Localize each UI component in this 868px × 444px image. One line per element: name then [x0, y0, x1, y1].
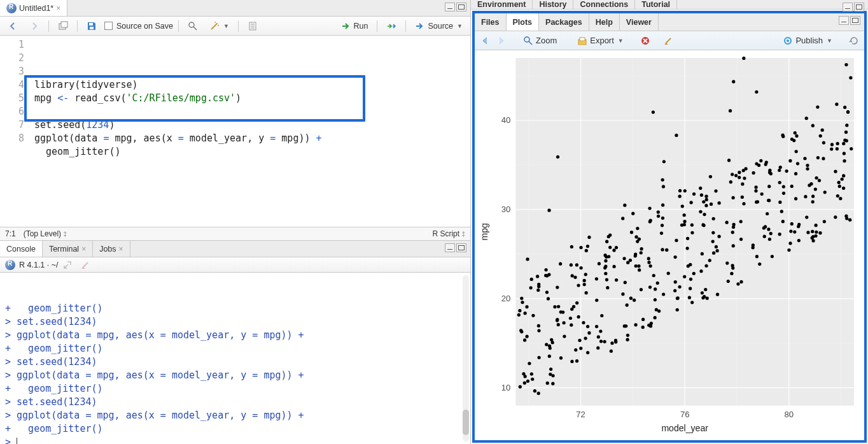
plot-area: 72768010203040model_yearmpg	[475, 50, 864, 440]
rerun-button[interactable]	[382, 20, 400, 32]
code-editor[interactable]: 12345678 library(tidyverse)mpg <- read_c…	[0, 36, 470, 227]
svg-point-239	[673, 255, 676, 259]
svg-point-125	[586, 325, 589, 328]
maximize-icon[interactable]	[456, 3, 466, 11]
minimize-icon[interactable]	[445, 243, 455, 252]
svg-point-47	[536, 289, 540, 292]
svg-point-390	[811, 200, 815, 203]
svg-point-329	[769, 232, 773, 235]
svg-point-328	[769, 172, 773, 175]
svg-point-365	[780, 210, 783, 213]
export-button[interactable]: Export ▼	[573, 34, 627, 47]
svg-point-83	[556, 318, 559, 321]
svg-point-394	[803, 157, 806, 160]
minimize-icon[interactable]	[843, 3, 853, 11]
svg-point-187	[641, 318, 645, 321]
popout-icon[interactable]	[62, 260, 73, 270]
svg-point-164	[615, 278, 618, 282]
maximize-icon[interactable]	[854, 3, 864, 11]
back-button[interactable]	[4, 20, 22, 32]
svg-point-281	[710, 203, 713, 206]
compile-report-button[interactable]	[244, 20, 262, 32]
scrollbar[interactable]	[463, 275, 469, 441]
tab-connections[interactable]: Connections	[573, 0, 635, 9]
tab-files[interactable]: Files	[475, 13, 507, 31]
tab-help[interactable]: Help	[589, 13, 620, 31]
source-on-save-checkbox[interactable]	[104, 22, 113, 30]
close-icon[interactable]: ×	[81, 245, 86, 254]
chevron-down-icon: ▼	[457, 23, 463, 29]
close-icon[interactable]: ×	[56, 4, 60, 13]
broom-icon[interactable]	[80, 260, 90, 270]
svg-point-435	[830, 143, 834, 146]
scrollbar-thumb[interactable]	[463, 410, 469, 435]
svg-point-334	[755, 90, 758, 94]
svg-point-65	[537, 285, 540, 288]
svg-point-199	[647, 261, 650, 264]
tab-viewer[interactable]: Viewer	[620, 13, 659, 31]
svg-point-408	[814, 224, 817, 227]
svg-point-346	[756, 200, 759, 203]
run-button[interactable]: Run	[337, 20, 372, 32]
source-tabbar: Untitled1* ×	[0, 0, 470, 17]
svg-point-327	[767, 185, 771, 188]
svg-point-8	[218, 25, 219, 26]
close-icon[interactable]: ×	[119, 245, 123, 254]
publish-button[interactable]: Publish ▼	[779, 34, 836, 47]
svg-point-242	[683, 220, 686, 223]
show-in-new-window-button[interactable]	[54, 20, 72, 32]
tab-tutorial[interactable]: Tutorial	[635, 0, 677, 9]
svg-point-67	[523, 382, 526, 385]
svg-point-255	[678, 189, 682, 192]
remove-plot-icon[interactable]	[640, 36, 650, 46]
svg-point-192	[641, 326, 645, 329]
maximize-icon[interactable]	[850, 16, 860, 25]
svg-point-170	[636, 227, 639, 230]
svg-point-79	[551, 374, 554, 377]
plot-next-icon[interactable]	[496, 36, 507, 46]
tab-console[interactable]: Console	[0, 241, 43, 257]
save-icon	[87, 21, 97, 31]
svg-point-135	[596, 347, 599, 350]
svg-point-392	[816, 105, 819, 108]
code-tools-button[interactable]: ▼	[206, 20, 233, 32]
maximize-icon[interactable]	[456, 243, 466, 252]
clear-all-icon[interactable]	[663, 36, 673, 46]
scope-indicator[interactable]: (Top Level) ‡	[24, 229, 67, 238]
tab-environment[interactable]: Environment	[471, 0, 533, 9]
svg-point-262	[717, 201, 720, 204]
save-button[interactable]	[83, 20, 101, 32]
tab-terminal[interactable]: Terminal×	[43, 241, 93, 257]
svg-point-191	[622, 257, 626, 260]
svg-point-229	[675, 239, 678, 242]
plot-prev-icon[interactable]	[480, 36, 490, 46]
zoom-button[interactable]: Zoom	[519, 34, 561, 47]
svg-point-165	[640, 288, 643, 291]
source-toolbar: Source on Save ▼ Run Source ▼	[0, 17, 470, 36]
tab-jobs[interactable]: Jobs×	[93, 241, 130, 257]
file-tab[interactable]: Untitled1* ×	[0, 0, 67, 16]
console-output[interactable]: + geom_jitter()> set.seed(1234)> ggplot(…	[0, 273, 470, 444]
svg-point-313	[743, 176, 746, 180]
svg-point-289	[725, 261, 729, 264]
svg-point-418	[836, 142, 839, 145]
svg-text:20: 20	[501, 294, 511, 303]
forward-button[interactable]	[25, 20, 43, 32]
svg-point-438	[846, 110, 850, 113]
language-indicator[interactable]: R Script ‡	[432, 229, 465, 238]
svg-point-132	[571, 274, 574, 277]
svg-point-267	[704, 264, 708, 268]
svg-point-56	[533, 389, 536, 392]
code-area[interactable]: library(tidyverse)mpg <- read_csv('C:/RF…	[29, 36, 470, 227]
refresh-icon[interactable]	[849, 36, 859, 46]
minimize-icon[interactable]	[445, 3, 455, 11]
tab-history[interactable]: History	[533, 0, 573, 9]
svg-point-211	[649, 264, 652, 268]
minimize-icon[interactable]	[839, 16, 849, 25]
tab-plots[interactable]: Plots	[507, 13, 540, 31]
svg-point-76	[544, 268, 547, 271]
tab-packages[interactable]: Packages	[539, 13, 589, 31]
source-button[interactable]: Source ▼	[411, 20, 466, 32]
svg-point-95	[546, 382, 549, 385]
find-button[interactable]	[184, 20, 202, 32]
